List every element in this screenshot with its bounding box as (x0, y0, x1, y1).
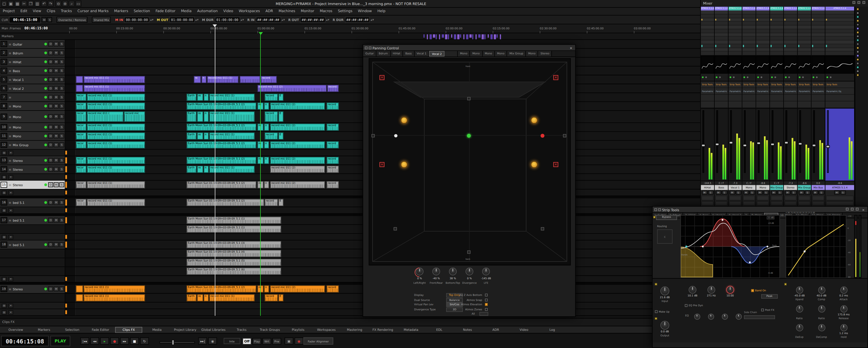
go-start-button[interactable]: |◂◂ (80, 337, 89, 345)
track-m-button[interactable]: M (54, 95, 59, 100)
audio-clip[interactable]: re (197, 294, 203, 301)
menu-tracks[interactable]: Tracks (58, 8, 75, 14)
menu-workspaces[interactable]: Workspaces (236, 8, 263, 14)
play-status-button[interactable]: PLAY (50, 336, 70, 347)
rail-icon[interactable] (857, 54, 859, 57)
tab-workspaces[interactable]: Workspaces (313, 326, 340, 332)
flag-m[interactable]: M (42, 17, 47, 22)
audio-clip[interactable]: Earth (186, 166, 196, 173)
marker-flag[interactable] (469, 34, 472, 38)
audio-clip[interactable]: E (278, 94, 283, 100)
track-m-button[interactable]: M (54, 125, 59, 130)
audio-clip[interactable]: record (327, 181, 339, 188)
chevron-down-icon[interactable]: ▾ (8, 150, 13, 155)
automation-icon[interactable]: ▤ (2, 175, 7, 179)
strip-param-row[interactable] (784, 44, 797, 48)
record-arm-indicator[interactable] (44, 78, 47, 81)
audio-clip[interactable]: E (278, 111, 283, 122)
foot-box[interactable] (715, 196, 727, 200)
plugin-slot-empty[interactable] (701, 95, 714, 102)
strip-param-row[interactable] (728, 40, 742, 44)
foot-box[interactable] (798, 201, 810, 206)
record-arm-indicator[interactable] (44, 126, 47, 128)
dyn-ratio-3-knob[interactable] (796, 305, 803, 312)
strip-param-row[interactable] (798, 40, 811, 44)
interpolation-field[interactable]: Inte (224, 338, 240, 344)
panner-tab-vocal-1[interactable]: Vocal 1 (414, 51, 429, 57)
audio-clip[interactable]: n (264, 141, 269, 148)
audio-clip[interactable]: record mic 011 (1) (87, 199, 145, 206)
strip-param-row[interactable] (770, 22, 783, 26)
audio-clip[interactable]: record mic 011 (1) (87, 133, 145, 140)
panner-dot-green[interactable] (467, 134, 471, 138)
track-s-button[interactable]: S (59, 125, 64, 130)
strip-param-row[interactable] (812, 29, 825, 33)
strip-param-row[interactable] (742, 33, 756, 37)
strip-name[interactable]: Stereo (784, 185, 797, 190)
tab-adr[interactable]: ADR (482, 326, 509, 332)
plugin-slot[interactable]: Parametric Eq (784, 88, 797, 94)
audio-clip[interactable]: Earth Moon Sun 01-19-09+03-09-09_5.1 (3) (186, 241, 281, 248)
fader-handle[interactable] (743, 144, 747, 147)
track-header[interactable]: 12≡Mix GroupOMS (0, 141, 65, 149)
audio-clip[interactable]: recor (76, 124, 86, 131)
solo-button[interactable]: S (763, 191, 769, 195)
panner-spk-gray[interactable] (467, 250, 470, 254)
strip-param-row[interactable] (756, 22, 770, 26)
panner-spk-red[interactable]: ✕ (553, 75, 558, 80)
audio-clip[interactable]: record mic 011 (1) (209, 94, 255, 100)
panner-src[interactable] (401, 117, 407, 123)
stop-button[interactable]: ■ (130, 337, 139, 345)
automation-icon[interactable]: ▤ (2, 150, 7, 155)
strip-param-row[interactable] (784, 26, 797, 29)
maximize-icon[interactable] (856, 207, 859, 210)
foot-box[interactable] (784, 201, 797, 206)
plugin-slot[interactable]: Parametric Eq (798, 88, 811, 94)
strip-param-row[interactable] (798, 48, 811, 52)
audio-clip[interactable]: record mic 011 (1) (87, 141, 145, 148)
strip-param-row[interactable] (825, 18, 854, 22)
strip-header-label[interactable]: ATMOS 5.1.4 (701, 7, 714, 10)
dyn-ratio-4-knob[interactable] (818, 305, 825, 312)
tab-edl[interactable]: EDL (426, 326, 453, 332)
strip-header-label[interactable]: ATMOS 5.1.4 (770, 7, 783, 10)
plugin-slot[interactable]: Strip Tools (756, 82, 770, 88)
audio-clip[interactable]: record mic 011 (2) (270, 285, 325, 292)
track-s-button[interactable]: S (59, 134, 64, 139)
strip-param-row[interactable] (770, 33, 783, 37)
rail-icon[interactable] (857, 8, 859, 11)
marker-flag[interactable] (430, 34, 432, 39)
automation-preview-button[interactable]: Prw (272, 338, 281, 345)
track-o-button[interactable]: O (48, 218, 53, 223)
strip-param-row[interactable] (742, 14, 756, 18)
panner-spk-gray[interactable] (541, 227, 544, 230)
audio-clip[interactable]: Earth (186, 294, 196, 301)
strip-param-row[interactable] (798, 14, 811, 18)
audio-clip[interactable]: Earth Moon Sun 01-19-09+03-09-09_5.1 (4) (186, 250, 281, 257)
spinner-icon[interactable]: ▲▼ (195, 19, 198, 21)
menu-clips[interactable]: Clips (44, 8, 58, 14)
tab-log[interactable]: Log (539, 326, 566, 332)
strip-param-row[interactable] (770, 26, 783, 29)
dynamics-graph[interactable] (786, 215, 846, 278)
track-m-button[interactable]: M (54, 104, 59, 109)
strip-param-row[interactable] (701, 40, 714, 44)
record-arm-indicator[interactable] (44, 52, 47, 54)
strip-param-row[interactable] (812, 40, 825, 44)
mute-button[interactable]: M (743, 191, 749, 195)
plugin-slot-empty[interactable] (756, 102, 770, 108)
record-ready-button[interactable]: ◉ (208, 337, 217, 345)
mute-button[interactable]: M (799, 191, 804, 195)
track-s-button[interactable]: S (59, 218, 64, 223)
strip-name[interactable]: Mono (756, 185, 770, 190)
strip-param-row[interactable] (701, 52, 714, 55)
audio-clip[interactable]: record (265, 111, 278, 122)
panner-tab-mono[interactable]: Mono (470, 51, 483, 57)
strip-param-row[interactable] (770, 52, 783, 55)
eq-band-2-knob[interactable] (708, 286, 715, 294)
record-arm-indicator[interactable] (44, 43, 47, 46)
track-s-button[interactable]: S (59, 167, 64, 172)
edit-marker-icon[interactable] (258, 32, 263, 35)
audio-clip[interactable]: n (204, 111, 209, 122)
strip-param-row[interactable] (798, 18, 811, 22)
